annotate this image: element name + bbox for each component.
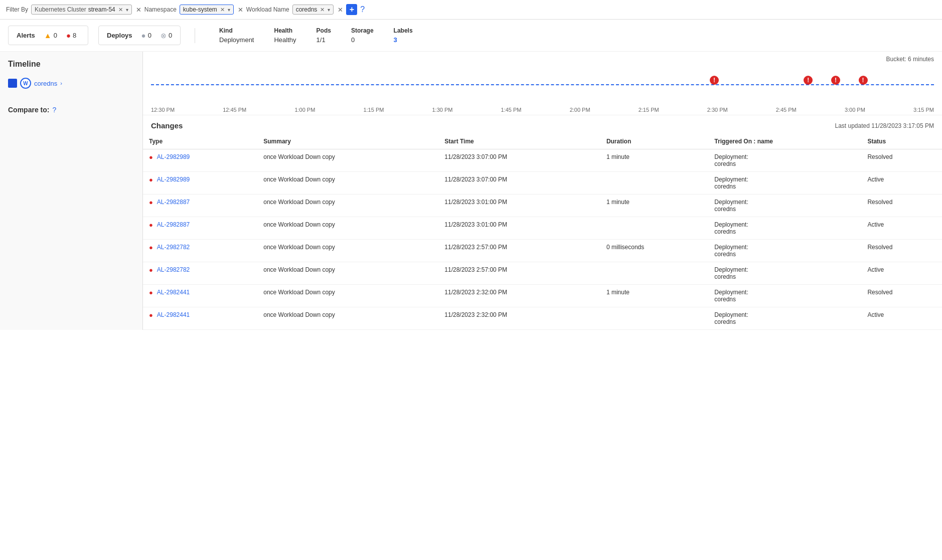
cell-summary-7: once Workload Down copy: [257, 307, 438, 330]
alert-link-4[interactable]: AL-2982782: [157, 244, 190, 251]
labels-col: Labels 3: [394, 27, 413, 44]
row-error-icon-5: ●: [149, 266, 153, 274]
filter-k8s-cluster-remove[interactable]: ✕: [136, 6, 141, 14]
help-icon[interactable]: ?: [360, 5, 365, 14]
filter-workload-dropdown[interactable]: ▾: [328, 7, 330, 13]
cell-status-1: Active: [861, 172, 942, 195]
kind-value: Deployment: [219, 36, 254, 44]
cell-summary-6: once Workload Down copy: [257, 285, 438, 307]
add-filter-button[interactable]: +: [346, 4, 357, 15]
table-row: ● AL-2982989 once Workload Down copy 11/…: [143, 172, 942, 195]
table-row: ● AL-2982782 once Workload Down copy 11/…: [143, 240, 942, 262]
cell-summary-1: once Workload Down copy: [257, 172, 438, 195]
cell-start-time-3: 11/28/2023 3:01:00 PM: [438, 217, 600, 240]
filter-workload-clear[interactable]: ✕: [319, 7, 326, 13]
alert-link-3[interactable]: AL-2982887: [157, 221, 190, 228]
w-circle-icon: W: [20, 78, 31, 89]
cell-type-0: ● AL-2982989: [143, 149, 257, 172]
alert-link-0[interactable]: AL-2982989: [157, 153, 190, 160]
cell-start-time-5: 11/28/2023 2:57:00 PM: [438, 262, 600, 285]
cell-duration-7: [600, 307, 708, 330]
filter-namespace-remove[interactable]: ✕: [238, 6, 243, 14]
alert-error-value: 8: [73, 32, 76, 39]
deploy-neutral-count: ● 0: [141, 31, 151, 40]
alert-dot-4[interactable]: !: [859, 76, 869, 86]
cell-triggered-on-6: Deployment:coredns: [708, 285, 861, 307]
cell-duration-1: [600, 172, 708, 195]
table-row: ● AL-2982887 once Workload Down copy 11/…: [143, 195, 942, 217]
compare-help-icon[interactable]: ?: [52, 106, 56, 114]
alert-dot-1[interactable]: !: [710, 76, 720, 86]
filter-k8s-cluster-dropdown[interactable]: ▾: [126, 7, 128, 13]
circle-icon: ●: [141, 31, 146, 40]
workload-name-link[interactable]: coredns: [34, 80, 57, 87]
alert-dot-3[interactable]: !: [831, 76, 841, 86]
time-label-0: 12:30 PM: [151, 107, 175, 113]
alerts-label: Alerts: [17, 32, 35, 39]
filter-k8s-cluster-value: stream-54: [88, 6, 115, 13]
changes-title: Changes: [151, 121, 183, 130]
alert-dot-icon-4: !: [859, 76, 868, 85]
cell-duration-4: 0 milliseconds: [600, 240, 708, 262]
alert-link-5[interactable]: AL-2982782: [157, 266, 190, 273]
filter-k8s-cluster-clear[interactable]: ✕: [117, 7, 124, 13]
cell-summary-4: once Workload Down copy: [257, 240, 438, 262]
content-area: Bucket: 6 minutes ! ! ! ! 12:30 PM 12:45…: [143, 52, 942, 330]
main-layout: Timeline W coredns › Compare to: ? Bucke…: [0, 52, 942, 330]
cell-summary-3: once Workload Down copy: [257, 217, 438, 240]
filter-workload: coredns ✕ ▾: [292, 5, 334, 15]
cell-triggered-on-5: Deployment:coredns: [708, 262, 861, 285]
filter-namespace-dropdown[interactable]: ▾: [228, 7, 230, 13]
workload-name-label: Workload Name: [246, 6, 289, 13]
time-label-8: 2:30 PM: [707, 107, 728, 113]
changes-table: Type Summary Start Time Duration Trigger…: [143, 134, 942, 330]
cell-summary-5: once Workload Down copy: [257, 262, 438, 285]
filter-workload-value: coredns: [296, 6, 318, 13]
table-row: ● AL-2982989 once Workload Down copy 11/…: [143, 149, 942, 172]
kind-col: Kind Deployment: [219, 27, 254, 44]
time-axis: 12:30 PM 12:45 PM 1:00 PM 1:15 PM 1:30 P…: [143, 105, 942, 115]
time-label-4: 1:30 PM: [432, 107, 453, 113]
compare-section: Compare to: ?: [8, 106, 134, 114]
cell-summary-0: once Workload Down copy: [257, 149, 438, 172]
compare-label: Compare to:: [8, 106, 49, 114]
filter-namespace-clear[interactable]: ✕: [219, 7, 226, 13]
time-label-1: 12:45 PM: [223, 107, 246, 113]
workload-item[interactable]: W coredns ›: [8, 76, 134, 91]
time-label-3: 1:15 PM: [363, 107, 384, 113]
col-status: Status: [861, 134, 942, 149]
storage-label: Storage: [351, 27, 374, 34]
deploy-neutral-value: 0: [148, 32, 151, 39]
cell-triggered-on-1: Deployment:coredns: [708, 172, 861, 195]
pods-label: Pods: [317, 27, 331, 34]
alert-dot-icon-3: !: [831, 76, 840, 85]
filter-workload-remove[interactable]: ✕: [338, 6, 343, 14]
cell-status-2: Resolved: [861, 195, 942, 217]
warning-icon: ▲: [44, 31, 52, 40]
cell-status-7: Active: [861, 307, 942, 330]
alert-link-7[interactable]: AL-2982441: [157, 311, 190, 318]
kind-label: Kind: [219, 27, 254, 34]
cell-duration-3: [600, 217, 708, 240]
cell-duration-6: 1 minute: [600, 285, 708, 307]
row-error-icon-4: ●: [149, 244, 153, 251]
time-label-2: 1:00 PM: [294, 107, 315, 113]
filter-k8s-cluster: Kubernetes Cluster stream-54 ✕ ▾: [31, 5, 132, 15]
chevron-right-icon: ›: [60, 80, 62, 86]
time-label-7: 2:15 PM: [639, 107, 659, 113]
timeline-dashed-line: [151, 84, 934, 85]
health-label: Health: [274, 27, 296, 34]
row-error-icon-3: ●: [149, 221, 153, 229]
x-circle-icon: ⊗: [161, 32, 167, 40]
cell-status-3: Active: [861, 217, 942, 240]
alert-link-6[interactable]: AL-2982441: [157, 289, 190, 296]
health-value: Healthy: [274, 36, 296, 44]
deploy-x-value: 0: [169, 32, 172, 39]
table-row: ● AL-2982782 once Workload Down copy 11/…: [143, 262, 942, 285]
cell-status-5: Active: [861, 262, 942, 285]
table-row: ● AL-2982441 once Workload Down copy 11/…: [143, 307, 942, 330]
alert-link-2[interactable]: AL-2982887: [157, 199, 190, 206]
row-error-icon-6: ●: [149, 289, 153, 296]
alert-dot-2[interactable]: !: [804, 76, 814, 86]
alert-link-1[interactable]: AL-2982989: [157, 176, 190, 183]
